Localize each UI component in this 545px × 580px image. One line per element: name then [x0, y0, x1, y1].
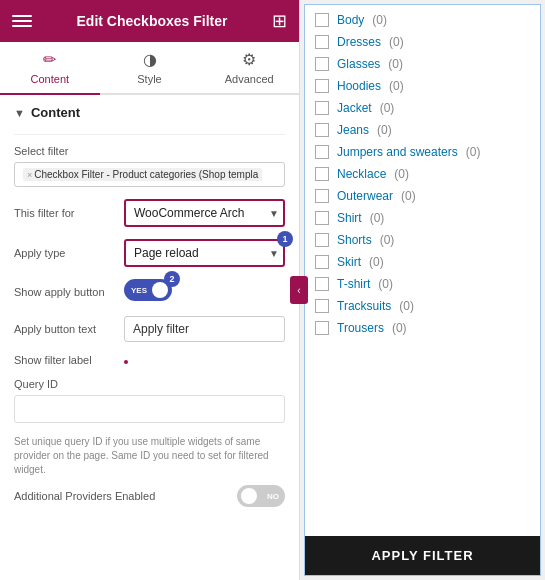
category-checkbox[interactable]: [315, 233, 329, 247]
category-name: Outerwear: [337, 189, 393, 203]
category-name: Skirt: [337, 255, 361, 269]
category-name: Hoodies: [337, 79, 381, 93]
toggle-no-label: NO: [267, 492, 279, 501]
apply-type-control: Page reload AJAX ▼ 1: [124, 239, 285, 267]
apply-button-text-label: Apply button text: [14, 323, 124, 335]
list-item[interactable]: Shirt (0): [305, 207, 540, 229]
list-item[interactable]: Trousers (0): [305, 317, 540, 339]
style-icon: ◑: [143, 50, 157, 69]
apply-button-text-input[interactable]: [124, 316, 285, 342]
tab-advanced[interactable]: ⚙ Advanced: [199, 42, 299, 95]
apply-type-relative-wrap: Page reload AJAX ▼ 1: [124, 239, 285, 267]
category-checkbox[interactable]: [315, 79, 329, 93]
list-item[interactable]: Body (0): [305, 9, 540, 31]
query-id-row: Query ID: [14, 378, 285, 423]
this-filter-for-select-wrapper: WooCommerce Arch ▼: [124, 199, 285, 227]
list-item[interactable]: Jeans (0): [305, 119, 540, 141]
category-checkbox[interactable]: [315, 35, 329, 49]
additional-providers-toggle[interactable]: NO: [237, 485, 285, 507]
tab-bar: ✏ Content ◑ Style ⚙ Advanced: [0, 42, 299, 95]
category-checkbox[interactable]: [315, 189, 329, 203]
toggle-yes-label: YES: [131, 286, 147, 295]
list-item[interactable]: Outerwear (0): [305, 185, 540, 207]
this-filter-for-control: WooCommerce Arch ▼: [124, 199, 285, 227]
category-count: (0): [377, 123, 392, 137]
grid-apps-icon[interactable]: ⊞: [272, 10, 287, 32]
list-item[interactable]: Hoodies (0): [305, 75, 540, 97]
show-filter-label-row: Show filter label YES: [14, 354, 285, 366]
category-name: Necklace: [337, 167, 386, 181]
category-count: (0): [388, 57, 403, 71]
list-item[interactable]: T-shirt (0): [305, 273, 540, 295]
category-checkbox[interactable]: [315, 255, 329, 269]
category-count: (0): [370, 211, 385, 225]
category-name: Body: [337, 13, 364, 27]
category-checkbox[interactable]: [315, 167, 329, 181]
list-item[interactable]: Shorts (0): [305, 229, 540, 251]
category-checkbox[interactable]: [315, 321, 329, 335]
category-name: Dresses: [337, 35, 381, 49]
category-count: (0): [372, 13, 387, 27]
category-count: (0): [394, 167, 409, 181]
list-item[interactable]: Skirt (0): [305, 251, 540, 273]
category-count: (0): [380, 101, 395, 115]
show-apply-button-row: Show apply button YES 2: [14, 279, 285, 304]
list-item[interactable]: Necklace (0): [305, 163, 540, 185]
toggle-thumb2: [108, 354, 124, 370]
select-filter-row: Select filter × Checkbox Filter - Produc…: [14, 145, 285, 187]
list-item[interactable]: Glasses (0): [305, 53, 540, 75]
this-filter-for-row: This filter for WooCommerce Arch ▼: [14, 199, 285, 227]
category-count: (0): [399, 299, 414, 313]
category-checkbox[interactable]: [315, 101, 329, 115]
apply-button-text-row: Apply button text: [14, 316, 285, 342]
collapse-panel-button[interactable]: ‹: [290, 276, 308, 304]
query-id-input[interactable]: [14, 395, 285, 423]
category-count: (0): [392, 321, 407, 335]
category-count: (0): [378, 277, 393, 291]
tab-content[interactable]: ✏ Content: [0, 42, 100, 95]
list-item[interactable]: Dresses (0): [305, 31, 540, 53]
panel-title: Edit Checkboxes Filter: [77, 13, 228, 29]
hamburger-menu-icon[interactable]: [12, 11, 32, 31]
toggle-yes-label2: YES: [131, 358, 147, 367]
category-count: (0): [380, 233, 395, 247]
list-item[interactable]: Tracksuits (0): [305, 295, 540, 317]
category-checkbox[interactable]: [315, 123, 329, 137]
apply-filter-button[interactable]: APPLY FILTER: [305, 536, 540, 575]
category-checkbox[interactable]: [315, 277, 329, 291]
apply-type-select[interactable]: Page reload AJAX: [124, 239, 285, 267]
category-count: (0): [466, 145, 481, 159]
category-name: Tracksuits: [337, 299, 391, 313]
apply-type-row: Apply type Page reload AJAX ▼ 1: [14, 239, 285, 267]
show-apply-button-control: YES 2: [124, 279, 285, 304]
apply-type-label: Apply type: [14, 247, 124, 259]
select-filter-label: Select filter: [14, 145, 285, 157]
tab-style[interactable]: ◑ Style: [100, 42, 200, 95]
category-checkbox[interactable]: [315, 211, 329, 225]
this-filter-for-label: This filter for: [14, 207, 124, 219]
category-checkbox[interactable]: [315, 145, 329, 159]
list-item[interactable]: Jacket (0): [305, 97, 540, 119]
category-checkbox[interactable]: [315, 57, 329, 71]
category-checkbox[interactable]: [315, 13, 329, 27]
category-name: Glasses: [337, 57, 380, 71]
category-count: (0): [401, 189, 416, 203]
show-apply-badge: 2: [164, 271, 180, 287]
content-icon: ✏: [43, 50, 56, 69]
list-item[interactable]: Jumpers and sweaters (0): [305, 141, 540, 163]
additional-providers-row: Additional Providers Enabled NO: [14, 485, 285, 507]
filter-tag-container[interactable]: × Checkbox Filter - Product categories (…: [14, 162, 285, 187]
filter-tag-remove-icon[interactable]: ×: [27, 170, 32, 180]
category-name: Jumpers and sweaters: [337, 145, 458, 159]
toggle-thumb3: [241, 488, 257, 504]
left-panel: Edit Checkboxes Filter ⊞ ✏ Content ◑ Sty…: [0, 0, 300, 580]
category-checkbox[interactable]: [315, 299, 329, 313]
section-header: ▼ Content: [14, 105, 285, 120]
panel-header: Edit Checkboxes Filter ⊞: [0, 0, 299, 42]
section-arrow-icon[interactable]: ▼: [14, 107, 25, 119]
category-list: Body (0) Dresses (0) Glasses (0) Hoodies…: [305, 5, 540, 536]
query-id-helper-text: Set unique query ID if you use multiple …: [14, 435, 285, 477]
this-filter-for-select[interactable]: WooCommerce Arch: [124, 199, 285, 227]
show-filter-toggle-track: YES: [124, 360, 128, 364]
category-name: Trousers: [337, 321, 384, 335]
